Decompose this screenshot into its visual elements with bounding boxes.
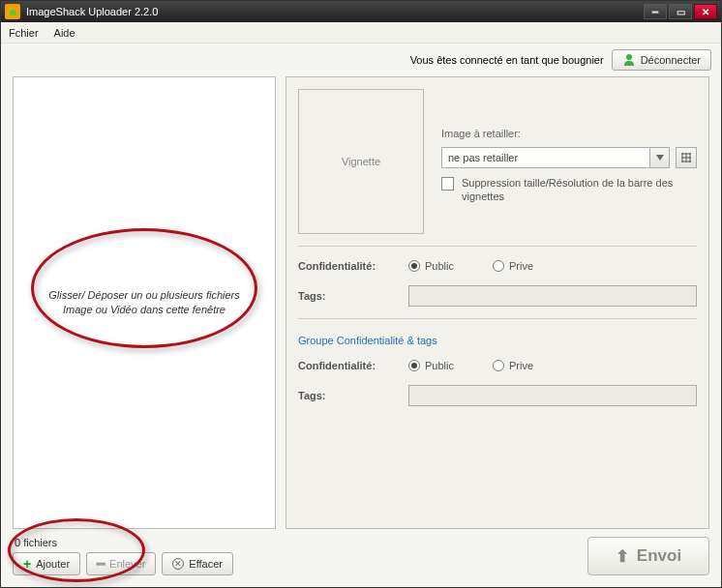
resize-column: Image à retailler: ne pas retailler xyxy=(441,89,697,234)
radio-icon xyxy=(493,260,504,272)
radio-private-2[interactable]: Prive xyxy=(493,360,533,371)
dropzone-message: Glisser/ Déposer un ou plusieurs fichier… xyxy=(48,288,239,317)
menubar: Fchier Aide xyxy=(1,22,721,44)
clear-button[interactable]: ✕ Effacer xyxy=(162,552,233,575)
radio-icon xyxy=(408,260,420,272)
group-confidentiality-link[interactable]: Groupe Confidentialité & tags xyxy=(298,335,697,346)
radio-icon xyxy=(493,360,504,371)
titlebar[interactable]: ImageShack Uploader 2.2.0 ━ ▭ ✕ xyxy=(1,1,721,22)
radio-public-1[interactable]: Public xyxy=(408,260,454,272)
minimize-button[interactable]: ━ xyxy=(644,4,667,19)
disconnect-label: Déconnecter xyxy=(641,54,701,66)
add-label: Ajouter xyxy=(36,558,70,570)
tags-label: Tags: xyxy=(298,390,395,401)
menu-help[interactable]: Aide xyxy=(54,27,75,39)
confidentiality-row-2: Confidentialité: Public Prive xyxy=(298,360,697,371)
remove-label: Enlever xyxy=(109,558,145,570)
confidentiality-row-1: Confidentialité: Public Prive xyxy=(298,260,697,272)
content: Glisser/ Déposer un ou plusieurs fichier… xyxy=(1,76,721,587)
tags-row-1: Tags: xyxy=(298,285,697,307)
send-row: ⬆ Envoi xyxy=(286,529,709,575)
dropzone-line1: Glisser/ Déposer un ou plusieurs fichier… xyxy=(48,288,239,303)
thumbnail-label: Vignette xyxy=(342,156,380,167)
svg-point-0 xyxy=(626,54,632,60)
radio-public-2[interactable]: Public xyxy=(408,360,454,371)
thumbnail-preview: Vignette xyxy=(298,89,424,234)
radio-group-2: Public Prive xyxy=(408,360,533,371)
top-row: Vignette Image à retailler: ne pas retai… xyxy=(298,89,697,234)
tags-input-1[interactable] xyxy=(408,285,697,307)
separator xyxy=(298,318,697,319)
minus-icon: ━ xyxy=(97,556,105,572)
window-title: ImageShack Uploader 2.2.0 xyxy=(26,6,644,17)
remove-button[interactable]: ━ Enlever xyxy=(86,552,156,575)
upload-icon: ⬆ xyxy=(616,546,629,567)
settings-panel: Vignette Image à retailler: ne pas retai… xyxy=(286,76,709,529)
close-button[interactable]: ✕ xyxy=(694,4,717,19)
left-column: Glisser/ Déposer un ou plusieurs fichier… xyxy=(13,76,276,575)
add-button[interactable]: + Ajouter xyxy=(13,552,80,575)
window-buttons: ━ ▭ ✕ xyxy=(644,4,717,19)
right-column: Vignette Image à retailler: ne pas retai… xyxy=(286,76,709,575)
clear-label: Effacer xyxy=(189,558,223,570)
dropzone-line2: Image ou Vidéo dans cette fenêtre xyxy=(48,303,239,317)
send-button[interactable]: ⬆ Envoi xyxy=(587,537,709,575)
tags-label: Tags: xyxy=(298,290,395,302)
suppress-checkbox[interactable] xyxy=(441,177,454,191)
grid-icon xyxy=(680,152,692,163)
resize-value: ne pas retailler xyxy=(448,152,518,163)
app-icon xyxy=(5,4,20,19)
confidentiality-label: Confidentialité: xyxy=(298,260,395,272)
login-status-text: Vous êtes connecté en tant que bougnier xyxy=(410,54,604,66)
maximize-button[interactable]: ▭ xyxy=(669,4,692,19)
clear-icon: ✕ xyxy=(172,558,184,570)
login-status-bar: Vous êtes connecté en tant que bougnier … xyxy=(1,44,721,76)
suppress-label: Suppression taille/Résolution de la barr… xyxy=(462,176,697,203)
suppress-row: Suppression taille/Résolution de la barr… xyxy=(441,176,697,203)
disconnect-button[interactable]: Déconnecter xyxy=(612,49,711,71)
separator xyxy=(298,246,697,247)
resize-select-row: ne pas retailler xyxy=(441,147,697,168)
menu-file[interactable]: Fchier xyxy=(9,27,39,39)
app-window: ImageShack Uploader 2.2.0 ━ ▭ ✕ Fchier A… xyxy=(0,0,722,588)
radio-icon xyxy=(408,360,420,371)
tags-input-2[interactable] xyxy=(408,385,697,406)
file-count: 0 fichiers xyxy=(13,535,276,552)
person-icon xyxy=(622,53,636,67)
confidentiality-label: Confidentialité: xyxy=(298,360,395,371)
resize-select[interactable]: ne pas retailler xyxy=(441,147,670,168)
tags-row-2: Tags: xyxy=(298,385,697,406)
plus-icon: + xyxy=(23,556,31,572)
chevron-down-icon xyxy=(649,148,669,167)
radio-group-1: Public Prive xyxy=(408,260,533,272)
send-label: Envoi xyxy=(637,546,681,566)
radio-private-1[interactable]: Prive xyxy=(493,260,533,272)
dropzone[interactable]: Glisser/ Déposer un ou plusieurs fichier… xyxy=(13,76,276,529)
file-buttons: + Ajouter ━ Enlever ✕ Effacer xyxy=(13,552,276,575)
resize-label: Image à retailler: xyxy=(441,128,697,139)
grid-button[interactable] xyxy=(676,147,697,168)
